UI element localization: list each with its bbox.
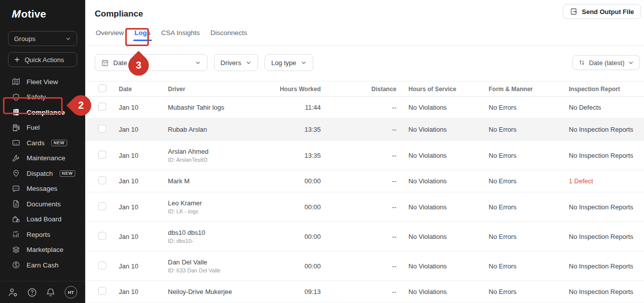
help-icon[interactable] — [27, 287, 37, 297]
cell-hours-worked: 00:00 — [251, 203, 321, 211]
driver-name: Neiloy-Drive Mukerjee — [168, 288, 251, 295]
row-checkbox[interactable] — [98, 202, 106, 210]
row-checkbox[interactable] — [98, 176, 106, 184]
tab-csa-insights[interactable]: CSA Insights — [160, 28, 201, 43]
cell-hours-of-service: No Violations — [396, 203, 489, 211]
table-row[interactable]: Jan 10Mark M00:00--No ViolationsNo Error… — [85, 170, 644, 192]
sidebar-item-reports[interactable]: Reports — [0, 227, 85, 242]
cell-hours-of-service: No Violations — [396, 152, 489, 159]
column-header-inspection-report: Inspection Report — [569, 86, 644, 93]
user-avatar[interactable]: HT — [65, 286, 77, 298]
sidebar-item-label: Cards — [27, 139, 45, 147]
cell-inspection-report: No Inspection Reports — [569, 152, 644, 159]
groups-dropdown[interactable]: Groups — [8, 31, 77, 46]
cell-distance: -- — [321, 152, 396, 159]
sort-dropdown[interactable]: Date (latest) — [572, 55, 640, 70]
send-output-file-label: Send Output File — [582, 8, 634, 16]
fuel-icon — [12, 124, 20, 132]
sidebar-item-cards[interactable]: CardsNEW — [0, 135, 85, 151]
cell-form-and-manner: No Errors — [489, 233, 569, 240]
drivers-filter[interactable]: Drivers — [214, 54, 258, 71]
sidebar-item-label: Maintenance — [27, 154, 65, 162]
sidebar-item-fuel[interactable]: Fuel — [0, 120, 85, 136]
row-checkbox[interactable] — [98, 103, 106, 111]
table-row[interactable]: Jan 10Dan Del ValleID: 633 Dan Del Valle… — [85, 251, 644, 281]
quick-actions-button[interactable]: Quick Actions — [8, 52, 77, 67]
person-gear-icon[interactable] — [8, 287, 18, 297]
row-checkbox[interactable] — [98, 151, 106, 159]
sidebar-item-label: Documents — [27, 200, 61, 208]
tab-overview[interactable]: Overview — [95, 28, 125, 43]
cell-distance: -- — [321, 177, 396, 185]
sidebar-footer: HT — [0, 281, 85, 303]
cell-form-and-manner: No Errors — [489, 126, 569, 133]
chevron-down-icon — [65, 36, 71, 42]
log-type-filter[interactable]: Log type — [265, 54, 313, 71]
annotation-box-logs-tab — [125, 28, 149, 46]
send-output-file-button[interactable]: Send Output File — [563, 4, 641, 19]
driver-id: ID: LK - logs — [168, 208, 251, 214]
sidebar-item-fleet-view[interactable]: Fleet View — [0, 74, 85, 90]
date-filter[interactable]: Date — [95, 54, 207, 71]
sidebar-item-maintenance[interactable]: Maintenance — [0, 151, 85, 166]
column-header-hours-worked: Hours Worked — [251, 86, 321, 93]
row-checkbox[interactable] — [98, 125, 106, 133]
cell-driver: Dan Del ValleID: 633 Dan Del Valle — [168, 258, 251, 273]
sidebar-item-earn-cash[interactable]: Earn Cash — [0, 257, 85, 273]
cell-hours-of-service: No Violations — [396, 126, 489, 133]
table-row[interactable]: Jan 10Mubashir Tahir logs11:44--No Viola… — [85, 97, 644, 119]
sidebar-item-dispatch[interactable]: DispatchNEW — [0, 166, 85, 181]
sidebar-item-documents[interactable]: Documents — [0, 196, 85, 212]
chevron-down-icon — [195, 60, 201, 66]
sidebar-item-load-board[interactable]: Load Board — [0, 212, 85, 227]
row-checkbox-cell — [85, 125, 119, 134]
driver-name: Dan Del Valle — [168, 258, 251, 266]
cell-hours-of-service: No Violations — [396, 262, 489, 270]
file-export-icon — [570, 8, 578, 16]
table-row[interactable]: Jan 10Leo KramerID: LK - logs00:00--No V… — [85, 192, 644, 222]
cell-date: Jan 10 — [119, 104, 168, 111]
tab-disconnects[interactable]: Disconnects — [209, 28, 249, 43]
cell-driver: Rubab Arslan — [168, 126, 251, 133]
column-header-hours-of-service: Hours of Service — [396, 86, 489, 93]
bell-icon[interactable] — [46, 287, 56, 297]
cell-driver: Mubashir Tahir logs — [168, 104, 251, 111]
row-checkbox[interactable] — [98, 232, 106, 240]
cell-hours-of-service: No Violations — [396, 288, 489, 295]
document-icon — [12, 200, 20, 208]
cell-date: Jan 10 — [119, 152, 168, 159]
sidebar-item-marketplace[interactable]: Marketplace — [0, 242, 85, 258]
sort-label: Date (latest) — [589, 59, 624, 67]
cell-driver: Neiloy-Drive Mukerjee — [168, 288, 251, 295]
cell-inspection-report: No Inspection Reports — [569, 233, 644, 240]
reports-icon — [12, 230, 20, 238]
sidebar-item-label: Messages — [27, 185, 58, 192]
row-checkbox-cell — [85, 151, 119, 160]
row-checkbox-cell — [85, 261, 119, 271]
dispatch-icon — [12, 169, 20, 177]
header-checkbox-cell — [85, 84, 119, 94]
sidebar-item-messages[interactable]: Messages — [0, 181, 85, 197]
cell-driver: Arslan AhmedID: ArslanTestID — [168, 148, 251, 163]
row-checkbox[interactable] — [98, 261, 106, 269]
column-header-distance: Distance — [321, 86, 396, 93]
cell-hours-worked: 11:44 — [251, 104, 321, 111]
table-row[interactable]: Jan 10Arslan AhmedID: ArslanTestID13:35-… — [85, 141, 644, 170]
new-badge: NEW — [51, 140, 67, 147]
row-checkbox[interactable] — [98, 287, 106, 295]
select-all-checkbox[interactable] — [98, 84, 106, 92]
driver-id: ID: 633 Dan Del Valle — [168, 267, 251, 273]
tab-bar: OverviewLogsCSA InsightsDisconnects — [85, 28, 644, 46]
sidebar-item-label: Reports — [27, 231, 50, 238]
annotation-step-number: 3 — [136, 60, 141, 71]
cell-distance: -- — [321, 288, 396, 295]
groups-label: Groups — [14, 35, 36, 43]
table-row[interactable]: Jan 10dbs10 dbs10ID: dbs10-00:00--No Vio… — [85, 222, 644, 251]
filter-bar: Date Drivers Log type Date (latest) — [85, 54, 644, 71]
chevron-down-icon — [628, 60, 634, 66]
cell-date: Jan 10 — [119, 203, 168, 211]
cell-driver: Mark M — [168, 177, 251, 185]
table-row[interactable]: Jan 10Rubab Arslan13:35--No ViolationsNo… — [85, 119, 644, 141]
load-icon — [12, 215, 20, 223]
table-row[interactable]: Jan 10Neiloy-Drive Mukerjee09:13--No Vio… — [85, 281, 644, 303]
